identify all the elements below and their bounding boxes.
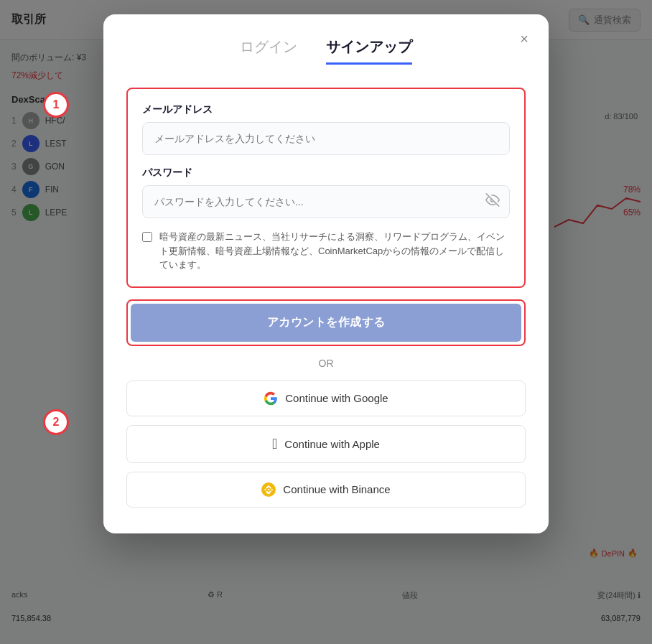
password-toggle-icon[interactable]: [485, 193, 500, 211]
modal-overlay: × ログイン サインアップ メールアドレス パスワード: [0, 0, 652, 644]
create-account-btn-wrapper: アカウントを作成する: [126, 299, 526, 346]
step-1-indicator: 1: [43, 92, 69, 118]
apple-signin-button[interactable]:  Continue with Apple: [126, 425, 526, 463]
newsletter-checkbox[interactable]: [142, 232, 152, 242]
email-label: メールアドレス: [142, 103, 510, 116]
modal-close-button[interactable]: ×: [514, 29, 534, 49]
password-field[interactable]: [142, 185, 510, 218]
tab-signup[interactable]: サインアップ: [326, 37, 412, 65]
create-account-button[interactable]: アカウントを作成する: [131, 304, 521, 342]
newsletter-checkbox-row: 暗号資産の最新ニュース、当社リサーチによる洞察、リワードプログラム、イベント更新…: [142, 230, 510, 272]
form-section: メールアドレス パスワード 暗: [126, 88, 526, 288]
newsletter-text: 暗号資産の最新ニュース、当社リサーチによる洞察、リワードプログラム、イベント更新…: [159, 230, 510, 272]
password-wrapper: [142, 185, 510, 218]
google-icon: [264, 391, 278, 406]
signup-modal: × ログイン サインアップ メールアドレス パスワード: [103, 14, 549, 533]
step-2-indicator: 2: [43, 409, 69, 435]
or-divider: OR: [126, 358, 526, 369]
binance-icon: [261, 482, 276, 497]
google-signin-button[interactable]: Continue with Google: [126, 381, 526, 416]
email-form-group: メールアドレス: [142, 103, 510, 155]
email-field[interactable]: [142, 122, 510, 155]
modal-tabs: ログイン サインアップ: [126, 37, 526, 65]
apple-icon: : [272, 436, 277, 452]
password-label: パスワード: [142, 167, 510, 179]
tab-login[interactable]: ログイン: [240, 37, 297, 65]
password-form-group: パスワード: [142, 167, 510, 218]
binance-signin-button[interactable]: Continue with Binance: [126, 472, 526, 508]
